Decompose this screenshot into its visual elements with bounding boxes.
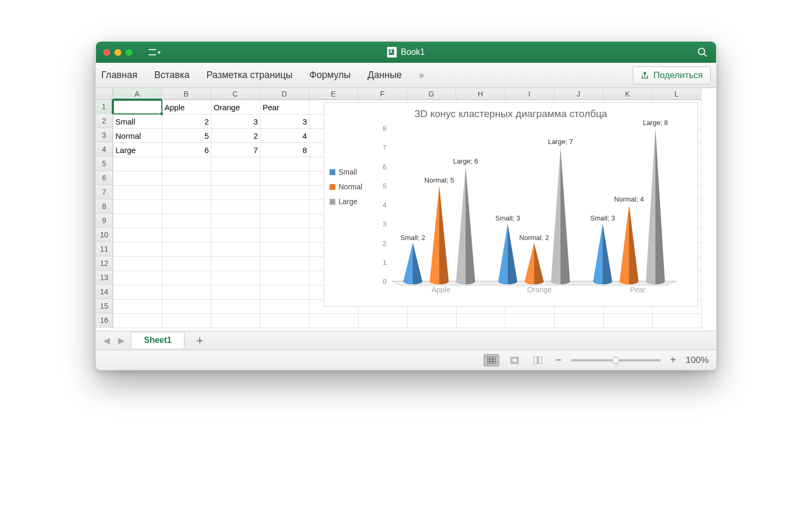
- row-header-5[interactable]: 5: [96, 157, 113, 171]
- row-header-1[interactable]: 1: [96, 100, 113, 114]
- cell-C7[interactable]: [211, 186, 260, 200]
- cell-B14[interactable]: [162, 285, 211, 300]
- cell-B3[interactable]: 5: [162, 129, 211, 143]
- cell-D16[interactable]: [260, 314, 310, 328]
- column-header-K[interactable]: K: [603, 88, 652, 100]
- cell-A5[interactable]: [113, 157, 162, 171]
- cell-H16[interactable]: [457, 314, 506, 328]
- cell-G16[interactable]: [408, 314, 457, 328]
- cell-C2[interactable]: 3: [211, 114, 260, 129]
- zoom-in-button[interactable]: +: [668, 354, 679, 366]
- column-header-C[interactable]: C: [211, 88, 260, 100]
- cell-A6[interactable]: [113, 171, 162, 186]
- column-header-L[interactable]: L: [652, 88, 701, 100]
- cell-C1[interactable]: Orange: [211, 100, 260, 114]
- column-header-F[interactable]: F: [358, 88, 407, 100]
- cell-A10[interactable]: [113, 228, 162, 243]
- row-header-12[interactable]: 12: [96, 256, 113, 271]
- cell-A9[interactable]: [113, 214, 162, 228]
- search-icon[interactable]: [697, 47, 708, 58]
- close-window-button[interactable]: [103, 49, 110, 56]
- ribbon-overflow-icon[interactable]: »: [419, 70, 424, 81]
- cell-D5[interactable]: [260, 157, 310, 171]
- tab-page-layout[interactable]: Разметка страницы: [206, 70, 292, 81]
- cell-C9[interactable]: [211, 214, 260, 228]
- row-header-4[interactable]: 4: [96, 142, 113, 157]
- tab-insert[interactable]: Вставка: [154, 70, 190, 81]
- view-normal-button[interactable]: [484, 354, 499, 367]
- cell-L16[interactable]: [653, 314, 702, 328]
- cell-F16[interactable]: [359, 314, 408, 328]
- cell-D1[interactable]: Pear: [260, 100, 310, 114]
- cell-C8[interactable]: [211, 200, 260, 214]
- cell-C11[interactable]: [211, 243, 260, 257]
- cell-B5[interactable]: [162, 157, 211, 171]
- cell-B13[interactable]: [162, 271, 211, 285]
- cell-D8[interactable]: [260, 200, 310, 214]
- cell-E16[interactable]: [310, 314, 359, 328]
- cell-D4[interactable]: 8: [260, 143, 310, 157]
- cell-B4[interactable]: 6: [162, 143, 211, 157]
- cell-C13[interactable]: [211, 271, 260, 285]
- row-header-10[interactable]: 10: [96, 228, 113, 242]
- cell-C12[interactable]: [211, 257, 260, 271]
- column-header-B[interactable]: B: [162, 88, 211, 100]
- tab-home[interactable]: Главная: [101, 70, 138, 81]
- cell-K16[interactable]: [604, 314, 653, 328]
- cell-B15[interactable]: [162, 300, 211, 314]
- cell-C15[interactable]: [211, 300, 260, 314]
- cell-C5[interactable]: [211, 157, 260, 171]
- cell-A11[interactable]: [113, 243, 162, 257]
- embedded-chart[interactable]: 3D конус кластерных диаграмма столбца Sm…: [324, 102, 698, 307]
- zoom-window-button[interactable]: [125, 49, 132, 56]
- cell-A1[interactable]: [113, 100, 162, 114]
- cell-D2[interactable]: 3: [260, 114, 310, 129]
- row-header-16[interactable]: 16: [96, 313, 113, 328]
- cell-A12[interactable]: [113, 257, 162, 271]
- column-header-E[interactable]: E: [309, 88, 358, 100]
- share-button[interactable]: Поделиться: [633, 66, 711, 84]
- row-header-15[interactable]: 15: [96, 299, 113, 313]
- row-headers[interactable]: 12345678910111213141516: [96, 100, 113, 328]
- cell-B7[interactable]: [162, 186, 211, 200]
- quick-access-toolbar[interactable]: ▾: [148, 49, 161, 56]
- cell-B1[interactable]: Apple: [162, 100, 211, 114]
- cell-B9[interactable]: [162, 214, 211, 228]
- row-header-7[interactable]: 7: [96, 185, 113, 199]
- cell-D11[interactable]: [260, 243, 310, 257]
- cell-B12[interactable]: [162, 257, 211, 271]
- cell-A15[interactable]: [113, 300, 162, 314]
- column-header-A[interactable]: A: [113, 88, 162, 100]
- cell-D14[interactable]: [260, 285, 310, 300]
- row-header-9[interactable]: 9: [96, 214, 113, 228]
- row-header-2[interactable]: 2: [96, 114, 113, 128]
- cell-D7[interactable]: [260, 186, 310, 200]
- view-page-layout-button[interactable]: [507, 354, 523, 367]
- cell-C6[interactable]: [211, 171, 260, 186]
- column-headers[interactable]: ABCDEFGHIJKL: [113, 88, 701, 100]
- row-header-13[interactable]: 13: [96, 271, 113, 285]
- sheet-nav-next[interactable]: ▶: [116, 336, 127, 346]
- cell-C3[interactable]: 2: [211, 129, 260, 143]
- sheet-tab-active[interactable]: Sheet1: [131, 332, 185, 348]
- cell-A16[interactable]: [113, 314, 162, 328]
- tab-data[interactable]: Данные: [368, 70, 402, 81]
- row-header-11[interactable]: 11: [96, 242, 113, 256]
- cell-B11[interactable]: [162, 243, 211, 257]
- cell-D3[interactable]: 4: [260, 129, 310, 143]
- tab-formulas[interactable]: Формулы: [310, 70, 351, 81]
- cell-A14[interactable]: [113, 285, 162, 300]
- cell-C14[interactable]: [211, 285, 260, 300]
- minimize-window-button[interactable]: [114, 49, 121, 56]
- cell-J16[interactable]: [555, 314, 604, 328]
- cell-A13[interactable]: [113, 271, 162, 285]
- cell-A8[interactable]: [113, 200, 162, 214]
- column-header-G[interactable]: G: [407, 88, 456, 100]
- spreadsheet-grid[interactable]: ABCDEFGHIJKL 12345678910111213141516 App…: [96, 88, 716, 331]
- zoom-out-button[interactable]: −: [553, 354, 564, 366]
- cell-D13[interactable]: [260, 271, 310, 285]
- cell-B8[interactable]: [162, 200, 211, 214]
- row-header-3[interactable]: 3: [96, 128, 113, 142]
- view-page-break-button[interactable]: [530, 354, 546, 367]
- column-header-D[interactable]: D: [260, 88, 309, 100]
